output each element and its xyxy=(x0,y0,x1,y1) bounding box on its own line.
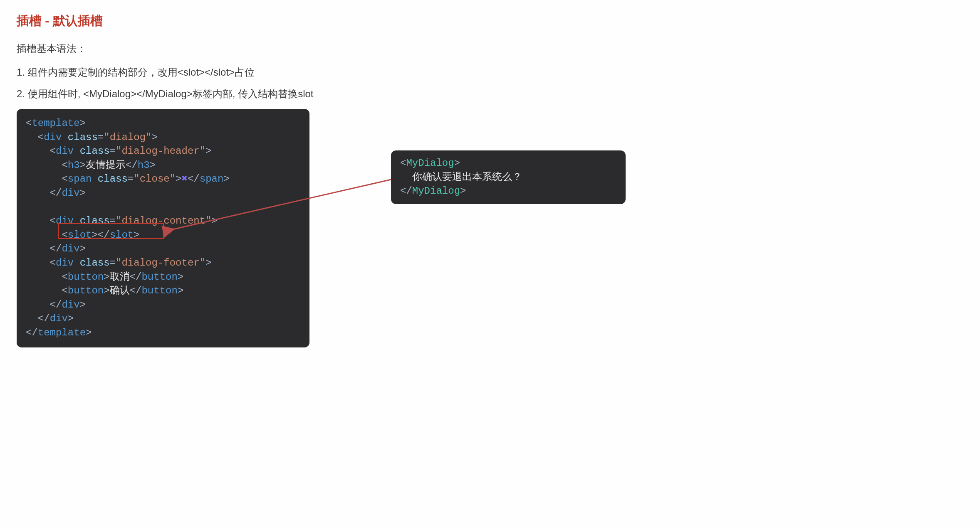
list-item-2: 2. 使用组件时, <MyDialog></MyDialog>标签内部, 传入结… xyxy=(17,87,963,101)
code-block-right: <MyDialog> 你确认要退出本系统么？ </MyDialog> xyxy=(391,150,626,204)
code-block-left: <template> <div class="dialog"> <div cla… xyxy=(17,109,309,347)
subtitle: 插槽基本语法： xyxy=(17,42,963,55)
code-stage: <template> <div class="dialog"> <div cla… xyxy=(17,109,963,347)
close-icon: ✖ xyxy=(182,173,188,185)
list-item-1: 1. 组件内需要定制的结构部分，改用<slot></slot>占位 xyxy=(17,66,963,79)
page-title: 插槽 - 默认插槽 xyxy=(17,12,963,30)
